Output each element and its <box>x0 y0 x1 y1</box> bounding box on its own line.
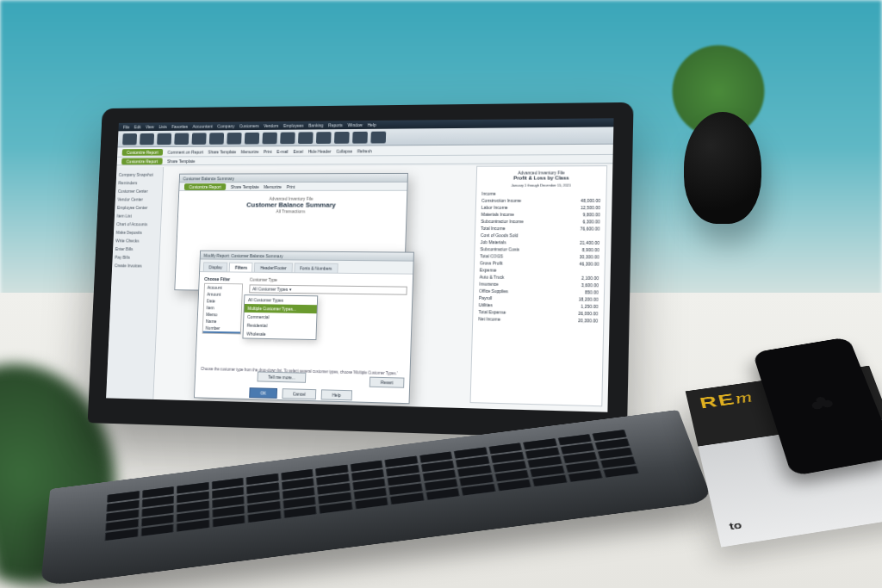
report-toolbar-2: Customize Report Share Template <box>117 155 613 165</box>
menu-reports[interactable]: Reports <box>328 122 343 127</box>
excel-button[interactable]: Excel <box>293 148 303 153</box>
menu-window[interactable]: Window <box>348 122 363 127</box>
toolbar-icon[interactable] <box>352 132 368 144</box>
dropdown-value: All Customer Types <box>252 286 288 291</box>
cancel-button[interactable]: Cancel <box>282 388 316 399</box>
laptop-screen: File Edit View Lists Favorites Accountan… <box>106 118 613 412</box>
customer-type-dropdown[interactable]: All Customer Types ▾ <box>249 284 407 294</box>
vase <box>684 112 761 224</box>
share-button-2[interactable]: Share Template <box>167 158 195 164</box>
report-period: January 1 through December 15, 2021 <box>481 183 603 188</box>
toolbar-icon[interactable] <box>334 132 350 144</box>
filter-list[interactable]: AccountAmountDateItemMemoNameNumberCusto… <box>202 283 243 335</box>
sidebar-item[interactable]: Chart of Accounts <box>116 220 158 228</box>
balance-toolbar: Customize Report Share Template Memorize… <box>179 183 407 191</box>
tell-me-more-button[interactable]: Tell me more... <box>258 371 307 382</box>
ok-button[interactable]: OK <box>250 387 277 399</box>
modify-report-dialog: Modify Report: Customer Balance Summary … <box>194 251 414 404</box>
help-button[interactable]: Help <box>321 389 352 400</box>
sidebar-item[interactable]: Customer Center <box>118 187 160 195</box>
share-button[interactable]: Share Template <box>208 149 237 154</box>
menu-customers[interactable]: Customers <box>239 123 259 128</box>
sidebar-item[interactable]: Make Deposits <box>116 228 158 237</box>
menu-help[interactable]: Help <box>368 122 376 127</box>
accounting-app: File Edit View Lists Favorites Accountan… <box>106 118 613 412</box>
print-button[interactable]: Print <box>264 149 272 154</box>
email-button[interactable]: E-mail <box>276 149 289 154</box>
sidebar-item[interactable]: Vendor Center <box>117 195 159 204</box>
menu-vendors[interactable]: Vendors <box>264 123 279 128</box>
toolbar-icon[interactable] <box>370 132 386 144</box>
toolbar-icon[interactable] <box>298 132 314 144</box>
window-titlebar[interactable]: Customer Balance Summary <box>180 174 407 183</box>
magazine-text: to <box>729 520 743 532</box>
content-area: Company Snapshot Reminders Customer Cent… <box>106 165 612 412</box>
tab-display[interactable]: Display <box>203 262 228 271</box>
dialog-body: Choose Filter AccountAmountDateItemMemoN… <box>195 272 413 405</box>
toolbar-home-icon[interactable] <box>122 133 137 145</box>
menu-favorites[interactable]: Favorites <box>171 124 188 129</box>
customize-report-button[interactable]: Customize Report <box>122 148 164 155</box>
refresh-button[interactable]: Refresh <box>357 148 372 153</box>
menu-lists[interactable]: Lists <box>158 124 167 129</box>
menu-employees[interactable]: Employees <box>283 123 304 128</box>
toolbar-icon[interactable] <box>245 133 259 145</box>
menu-view[interactable]: View <box>146 124 154 129</box>
memorize-button[interactable]: Memorize <box>241 149 259 154</box>
laptop-keyboard <box>104 430 642 549</box>
sidebar-item[interactable]: Item List <box>116 212 158 220</box>
sidebar-item[interactable]: Reminders <box>118 178 160 187</box>
customize-report-button-2[interactable]: Customize Report <box>121 158 163 164</box>
customer-type-label: Customer Type <box>250 277 291 282</box>
sidebar-item[interactable]: Enter Bills <box>115 244 158 253</box>
comment-button[interactable]: Comment on Report <box>167 149 203 154</box>
sidebar-item[interactable]: Create Invoices <box>115 261 157 269</box>
customize-button[interactable]: Customize Report <box>184 183 227 190</box>
toolbar-icon[interactable] <box>227 133 241 145</box>
toolbar-icon[interactable] <box>209 133 224 145</box>
tab-header-footer[interactable]: Header/Footer <box>254 263 292 272</box>
sidebar-item[interactable]: Employee Center <box>117 203 159 212</box>
sidebar-item[interactable]: Write Checks <box>115 237 158 245</box>
menu-file[interactable]: File <box>123 125 130 130</box>
menu-accountant[interactable]: Accountant <box>193 124 213 129</box>
toolbar-icon[interactable] <box>316 132 332 144</box>
left-sidebar: Company Snapshot Reminders Customer Cent… <box>106 167 164 399</box>
laptop: File Edit View Lists Favorites Accountan… <box>78 103 629 568</box>
menu-edit[interactable]: Edit <box>134 125 141 130</box>
magazine-logo: REm <box>698 387 755 412</box>
filter-label: Choose Filter <box>204 276 243 282</box>
tab-fonts[interactable]: Fonts & Numbers <box>294 263 338 272</box>
print-button[interactable]: Print <box>287 184 295 189</box>
magazine-logo-b: m <box>733 387 755 406</box>
toolbar-icon[interactable] <box>174 133 189 145</box>
revert-button[interactable]: Revert <box>370 377 404 388</box>
memorize-button[interactable]: Memorize <box>264 184 282 189</box>
dropdown-option[interactable]: Wholesale <box>243 330 315 340</box>
laptop-base <box>40 410 713 586</box>
collapse-button[interactable]: Collapse <box>336 148 352 153</box>
sidebar-item[interactable]: Company Snapshot <box>119 170 161 179</box>
toolbar-icon[interactable] <box>262 133 276 145</box>
magazine-logo-a: RE <box>698 390 737 412</box>
sidebar-item[interactable]: Pay Bills <box>115 253 157 262</box>
toolbar-icon[interactable] <box>140 133 154 145</box>
toolbar-icon[interactable] <box>192 133 207 145</box>
report-subtitle: All Transactions <box>183 208 401 214</box>
profit-loss-report: Advanced Inventory File Profit & Loss by… <box>470 165 608 406</box>
hide-header-button[interactable]: Hide Header <box>308 148 332 153</box>
customer-type-options: All Customer Types Multiple Customer Typ… <box>242 294 318 340</box>
share-button[interactable]: Share Template <box>231 184 259 189</box>
menu-banking[interactable]: Banking <box>308 123 323 128</box>
report-title: Profit & Loss by Class <box>481 175 603 180</box>
report-table: Income Construction Income48,000.00 Labo… <box>476 190 602 325</box>
toolbar-icon[interactable] <box>280 133 295 145</box>
toolbar-icon[interactable] <box>157 133 171 145</box>
menu-company[interactable]: Company <box>217 123 234 128</box>
laptop-lid: File Edit View Lists Favorites Accountan… <box>88 102 634 440</box>
tab-filters[interactable]: Filters <box>229 263 253 272</box>
